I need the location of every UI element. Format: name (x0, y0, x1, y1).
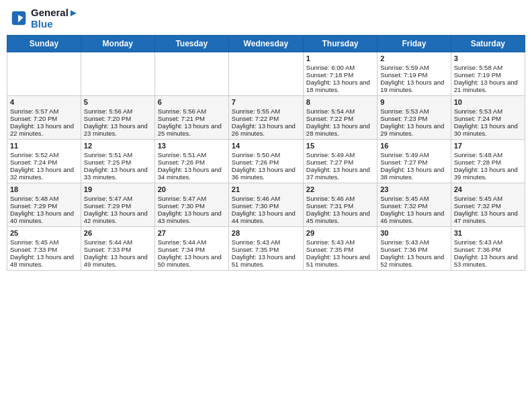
day-number: 9 (380, 98, 447, 106)
daylight-label: Daylight: 13 hours and 37 minutes. (306, 166, 370, 181)
calendar-day-cell: 23Sunrise: 5:45 AMSunset: 7:32 PMDayligh… (378, 183, 451, 227)
calendar-body: 1Sunrise: 6:00 AMSunset: 7:18 PMDaylight… (7, 52, 525, 271)
calendar-day-cell: 15Sunrise: 5:49 AMSunset: 7:27 PMDayligh… (303, 140, 377, 183)
calendar-day-cell: 5Sunrise: 5:56 AMSunset: 7:20 PMDaylight… (81, 96, 154, 140)
calendar-day-cell: 21Sunrise: 5:46 AMSunset: 7:30 PMDayligh… (228, 183, 303, 227)
day-number: 31 (454, 229, 522, 237)
sunrise-label: Sunrise: 5:56 AM (84, 107, 132, 115)
calendar-week-row: 11Sunrise: 5:52 AMSunset: 7:24 PMDayligh… (7, 140, 525, 183)
daylight-label: Daylight: 13 hours and 28 minutes. (306, 122, 370, 137)
daylight-label: Daylight: 13 hours and 38 minutes. (380, 166, 444, 181)
sunset-label: Sunset: 7:19 PM (454, 71, 501, 79)
sunrise-label: Sunrise: 5:53 AM (454, 107, 502, 115)
sunrise-label: Sunrise: 5:52 AM (10, 151, 58, 158)
calendar-day-cell: 7Sunrise: 5:55 AMSunset: 7:22 PMDaylight… (228, 96, 303, 140)
weekday-header-cell: Wednesday (228, 36, 303, 52)
day-number: 23 (380, 185, 447, 193)
sunrise-label: Sunrise: 5:43 AM (306, 238, 355, 246)
daylight-label: Daylight: 13 hours and 39 minutes. (454, 166, 518, 181)
calendar-day-cell: 14Sunrise: 5:50 AMSunset: 7:26 PMDayligh… (228, 140, 303, 183)
calendar-day-cell: 6Sunrise: 5:56 AMSunset: 7:21 PMDaylight… (154, 96, 228, 140)
page-header: General► Blue (7, 7, 525, 30)
sunrise-label: Sunrise: 5:45 AM (454, 195, 502, 202)
weekday-header-cell: Tuesday (154, 36, 228, 52)
calendar-day-cell: 10Sunrise: 5:53 AMSunset: 7:24 PMDayligh… (451, 96, 525, 140)
sunset-label: Sunset: 7:35 PM (306, 246, 353, 253)
calendar-day-cell: 30Sunrise: 5:43 AMSunset: 7:36 PMDayligh… (378, 227, 451, 271)
sunset-label: Sunset: 7:21 PM (158, 115, 205, 122)
logo: General► Blue (9, 7, 79, 30)
calendar-week-row: 1Sunrise: 6:00 AMSunset: 7:18 PMDaylight… (7, 52, 525, 96)
calendar-day-cell: 31Sunrise: 5:43 AMSunset: 7:36 PMDayligh… (451, 227, 525, 271)
sunrise-label: Sunrise: 5:56 AM (158, 107, 206, 115)
daylight-label: Daylight: 13 hours and 22 minutes. (10, 122, 74, 137)
sunset-label: Sunset: 7:32 PM (380, 202, 427, 210)
calendar-day-cell: 26Sunrise: 5:44 AMSunset: 7:33 PMDayligh… (81, 227, 154, 271)
daylight-label: Daylight: 13 hours and 33 minutes. (84, 166, 148, 181)
sunrise-label: Sunrise: 5:45 AM (380, 195, 429, 202)
sunset-label: Sunset: 7:34 PM (158, 246, 205, 253)
sunrise-label: Sunrise: 5:51 AM (84, 151, 132, 158)
daylight-label: Daylight: 13 hours and 21 minutes. (454, 79, 518, 93)
calendar-day-cell: 1Sunrise: 6:00 AMSunset: 7:18 PMDaylight… (303, 52, 377, 96)
logo-text: General► Blue (31, 7, 79, 30)
day-number: 5 (84, 98, 152, 106)
day-number: 25 (10, 229, 78, 237)
sunrise-label: Sunrise: 5:49 AM (306, 151, 355, 158)
sunrise-label: Sunrise: 5:44 AM (158, 238, 206, 246)
day-number: 1 (306, 54, 374, 62)
daylight-label: Daylight: 13 hours and 25 minutes. (158, 122, 222, 137)
daylight-label: Daylight: 13 hours and 34 minutes. (158, 166, 222, 181)
sunrise-label: Sunrise: 5:57 AM (10, 107, 58, 115)
daylight-label: Daylight: 13 hours and 42 minutes. (84, 210, 148, 224)
calendar-day-cell: 20Sunrise: 5:47 AMSunset: 7:30 PMDayligh… (154, 183, 228, 227)
day-number: 22 (306, 185, 374, 193)
sunset-label: Sunset: 7:29 PM (10, 202, 57, 210)
day-number: 12 (84, 142, 152, 150)
sunset-label: Sunset: 7:28 PM (454, 158, 501, 166)
calendar-day-cell: 27Sunrise: 5:44 AMSunset: 7:34 PMDayligh… (154, 227, 228, 271)
daylight-label: Daylight: 13 hours and 47 minutes. (454, 210, 518, 224)
calendar-day-cell: 9Sunrise: 5:53 AMSunset: 7:23 PMDaylight… (378, 96, 451, 140)
sunset-label: Sunset: 7:27 PM (306, 158, 353, 166)
sunrise-label: Sunrise: 5:43 AM (380, 238, 429, 246)
day-number: 30 (380, 229, 447, 237)
day-number: 7 (232, 98, 300, 106)
daylight-label: Daylight: 13 hours and 48 minutes. (10, 253, 74, 268)
day-number: 10 (454, 98, 522, 106)
calendar-day-cell: 12Sunrise: 5:51 AMSunset: 7:25 PMDayligh… (81, 140, 154, 183)
sunset-label: Sunset: 7:24 PM (454, 115, 501, 122)
day-number: 3 (454, 54, 522, 62)
sunrise-label: Sunrise: 5:43 AM (232, 238, 280, 246)
sunrise-label: Sunrise: 5:50 AM (232, 151, 280, 158)
daylight-label: Daylight: 13 hours and 23 minutes. (84, 122, 148, 137)
daylight-label: Daylight: 13 hours and 53 minutes. (454, 253, 518, 268)
sunset-label: Sunset: 7:36 PM (454, 246, 501, 253)
day-number: 18 (10, 185, 78, 193)
sunset-label: Sunset: 7:27 PM (380, 158, 427, 166)
sunset-label: Sunset: 7:36 PM (380, 246, 427, 253)
day-number: 11 (10, 142, 78, 150)
calendar-table: SundayMondayTuesdayWednesdayThursdayFrid… (7, 35, 525, 271)
daylight-label: Daylight: 13 hours and 36 minutes. (232, 166, 296, 181)
daylight-label: Daylight: 13 hours and 44 minutes. (232, 210, 296, 224)
calendar-day-cell: 29Sunrise: 5:43 AMSunset: 7:35 PMDayligh… (303, 227, 377, 271)
sunrise-label: Sunrise: 5:48 AM (454, 151, 502, 158)
weekday-header-row: SundayMondayTuesdayWednesdayThursdayFrid… (7, 36, 525, 52)
calendar-week-row: 4Sunrise: 5:57 AMSunset: 7:20 PMDaylight… (7, 96, 525, 140)
sunrise-label: Sunrise: 5:47 AM (84, 195, 132, 202)
daylight-label: Daylight: 13 hours and 43 minutes. (158, 210, 222, 224)
sunset-label: Sunset: 7:32 PM (454, 202, 501, 210)
daylight-label: Daylight: 13 hours and 46 minutes. (380, 210, 444, 224)
calendar-day-cell: 18Sunrise: 5:48 AMSunset: 7:29 PMDayligh… (7, 183, 81, 227)
sunset-label: Sunset: 7:29 PM (84, 202, 131, 210)
calendar-day-cell: 4Sunrise: 5:57 AMSunset: 7:20 PMDaylight… (7, 96, 81, 140)
sunrise-label: Sunrise: 5:44 AM (84, 238, 132, 246)
day-number: 29 (306, 229, 374, 237)
sunrise-label: Sunrise: 5:48 AM (10, 195, 58, 202)
sunrise-label: Sunrise: 5:43 AM (454, 238, 502, 246)
calendar-day-cell: 13Sunrise: 5:51 AMSunset: 7:26 PMDayligh… (154, 140, 228, 183)
calendar-day-cell: 8Sunrise: 5:54 AMSunset: 7:22 PMDaylight… (303, 96, 377, 140)
day-number: 24 (454, 185, 522, 193)
sunset-label: Sunset: 7:20 PM (10, 115, 57, 122)
